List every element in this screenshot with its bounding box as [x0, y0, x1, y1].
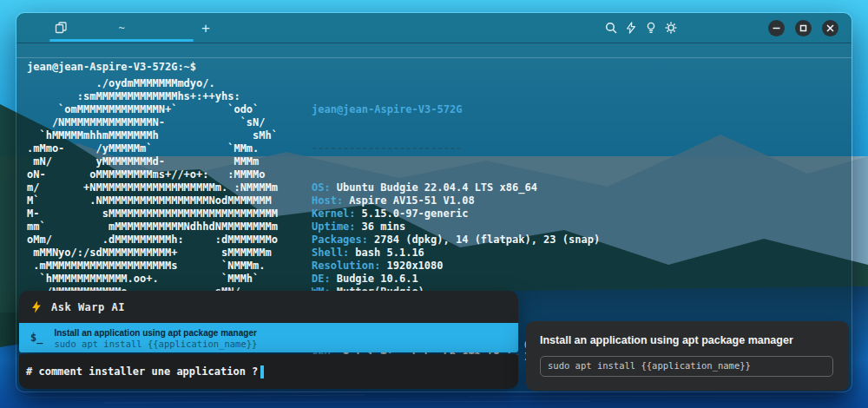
neofetch-field: Packages:2784 (dpkg), 14 (flatpak), 23 (…	[312, 234, 600, 247]
ai-popup-header: Ask Warp AI	[19, 291, 518, 323]
window-controls	[768, 13, 838, 43]
text-cursor	[260, 365, 264, 378]
detail-card-command-box: sudo apt install {{application_name}}	[540, 356, 833, 377]
tab-title: ~	[49, 13, 194, 43]
close-button[interactable]	[822, 20, 838, 36]
neofetch-field: Host:Aspire AV15-51 V1.08	[312, 194, 600, 207]
neofetch-ascii-art: ./oydmMMMMMMMmdyo/. :smMMMMMMMMMMMMMhs+:…	[27, 77, 278, 299]
active-tab-underline	[49, 39, 194, 42]
command-input[interactable]: # comment installer une application ?	[19, 354, 518, 389]
toolbar-actions	[604, 13, 678, 43]
suggestion-title: Install an application using apt package…	[54, 327, 257, 339]
tab-home[interactable]: ~	[49, 13, 194, 43]
block-separator	[16, 57, 852, 58]
tab-bar: ~ +	[16, 13, 852, 43]
suggestion-command: sudo apt install {{application_name}}	[54, 339, 257, 349]
workflow-command-icon: $_	[30, 332, 43, 343]
new-tab-button[interactable]: +	[195, 17, 216, 38]
neofetch-user-host: jean@jean-Aspire-V3-572G	[312, 103, 600, 116]
neofetch-field: OS:Ubuntu Budgie 22.04.4 LTS x86_64	[312, 181, 600, 194]
search-icon[interactable]	[604, 21, 618, 35]
warp-ai-bolt-icon	[31, 300, 42, 313]
minimize-button[interactable]	[768, 20, 785, 36]
ask-warp-ai-popup: Ask Warp AI $_ Install an application us…	[19, 291, 518, 352]
neofetch-field: Resolution:1920x1080	[312, 260, 600, 273]
workflow-detail-card: Install an application using apt package…	[526, 321, 849, 391]
ai-suggestion-item[interactable]: $_ Install an application using apt pack…	[19, 323, 518, 352]
ai-bolt-icon[interactable]	[624, 21, 638, 35]
ai-popup-title: Ask Warp AI	[51, 302, 125, 313]
neofetch-separator: ------------------------	[312, 142, 600, 155]
tips-bulb-icon[interactable]	[644, 21, 658, 35]
neofetch-field: Uptime:36 mins	[312, 220, 600, 234]
desktop: ~ +	[0, 0, 868, 408]
shell-prompt: jean@jean-Aspire-V3-572G:~$	[27, 61, 196, 74]
neofetch-field: DE:Budgie 10.6.1	[312, 273, 600, 286]
suggestion-texts: Install an application using apt package…	[54, 327, 257, 349]
maximize-button[interactable]	[795, 20, 812, 36]
command-input-text: # comment installer une application ?	[26, 365, 258, 378]
neofetch-field: Shell:bash 5.1.16	[312, 247, 600, 260]
detail-card-title: Install an application using apt package…	[540, 334, 835, 346]
neofetch-field: Kernel:5.15.0-97-generic	[312, 207, 600, 220]
settings-gear-icon[interactable]	[664, 21, 678, 35]
